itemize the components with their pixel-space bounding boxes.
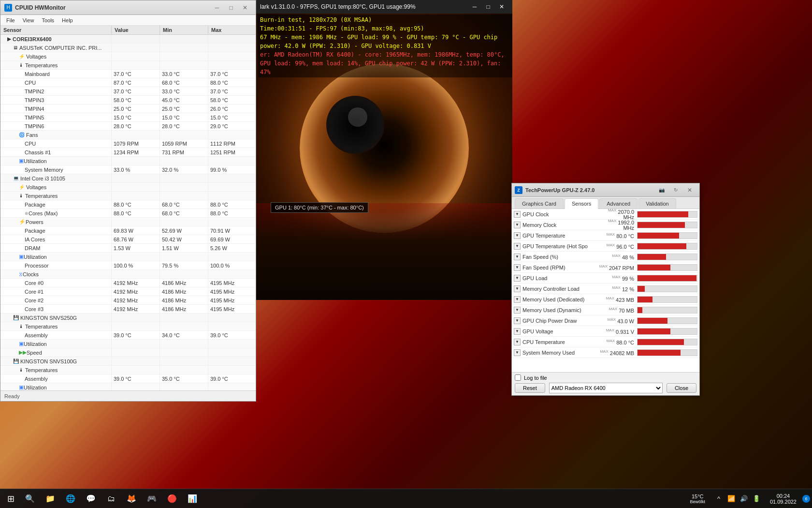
bar-fill	[638, 318, 667, 324]
weather-widget: 15°C Bewölkt	[686, 493, 709, 504]
taskbar-app-browser[interactable]: 🌐	[61, 490, 80, 508]
sensor-label: ▣ Utilization	[0, 253, 112, 261]
table-row: 🌡 Temperatures	[0, 366, 256, 374]
game-minimize-button[interactable]: ─	[468, 1, 481, 12]
game-titlebar[interactable]: lark v1.31.0.0 - 97FPS, GPU1 temp:80°C, …	[256, 0, 512, 14]
sensor-dropdown-cputemp[interactable]: ▼	[514, 339, 521, 345]
sensor-label: 💻 Intel Core i3 10105	[0, 174, 112, 182]
notification-center[interactable]: 6	[800, 495, 812, 503]
gpuz-title: TechPowerUp GPU-Z 2.47.0	[525, 187, 655, 193]
overlay-line1: Burn-in test, 1280x720 (0X MSAA)	[260, 15, 510, 24]
gpuz-titlebar[interactable]: Z TechPowerUp GPU-Z 2.47.0 📷 ↻ ✕	[512, 183, 699, 197]
gpu-select[interactable]: AMD Radeon RX 6400	[549, 383, 663, 393]
table-row: Assembly 39.0 °C 34.0 °C 39.0 °C	[0, 331, 256, 340]
close-button[interactable]: ✕	[238, 2, 252, 13]
game-maximize-button[interactable]: □	[481, 1, 495, 12]
taskbar-app-fileexplorer[interactable]: 📁	[41, 490, 60, 508]
gpuz-close-title-button[interactable]: ✕	[683, 185, 696, 195]
sensor-label: ▶▶ Speed	[0, 348, 112, 357]
sensor-label: 💾 KINGSTON SNVS100G	[0, 357, 112, 365]
bar-fill	[638, 329, 670, 334]
tray-chevron[interactable]: ^	[713, 490, 725, 508]
clock[interactable]: 00:24 01.09.2022	[766, 489, 800, 508]
weather-temp: 15°C	[692, 493, 704, 499]
menu-file[interactable]: File	[2, 16, 19, 24]
tab-sensors[interactable]: Sensors	[565, 198, 598, 209]
list-item: ▼ Fan Speed (RPM) MAX 2047 RPM	[512, 262, 699, 273]
tree-header: Sensor Value Min Max	[0, 26, 256, 35]
list-item: ▼ CPU Temperature MAX 88.0 °C	[512, 337, 699, 347]
sensor-dropdown-memclock[interactable]: ▼	[514, 222, 521, 228]
gpuz-sensors-content: ▼ GPU Clock MAX 2070.0 MHz ▼ Memory Cloc…	[512, 209, 699, 372]
table-row: Chassis #1 1234 RPM 731 RPM 1251 RPM	[0, 148, 256, 157]
maximize-button[interactable]: □	[224, 2, 238, 13]
gpuz-button-row: Reset AMD Radeon RX 6400 Close	[515, 383, 696, 393]
taskbar-app-chat[interactable]: 💬	[81, 490, 101, 508]
sensor-label: Core #3	[0, 305, 112, 313]
tab-advanced[interactable]: Advanced	[599, 198, 638, 209]
table-row: ▣ Utilization	[0, 253, 256, 261]
gpuz-screenshot-button[interactable]: 📷	[655, 185, 668, 195]
clock-date: 01.09.2022	[770, 499, 797, 505]
sensor-dropdown-memded[interactable]: ▼	[514, 296, 521, 303]
tray-volume[interactable]: 🔊	[738, 490, 750, 508]
sensor-bar-memded	[637, 296, 697, 303]
close-button[interactable]: Close	[667, 383, 696, 393]
table-row: ⊕ Cores (Max) 88.0 °C 68.0 °C 88.0 °C	[0, 209, 256, 218]
hwmonitor-titlebar[interactable]: H CPUID HWMonitor ─ □ ✕	[0, 0, 256, 15]
menu-help[interactable]: Help	[58, 16, 77, 24]
game-overlay: Burn-in test, 1280x720 (0X MSAA) Time:00…	[258, 15, 512, 77]
sensor-bar-cputemp	[637, 339, 697, 345]
tab-graphics-card[interactable]: Graphics Card	[515, 198, 564, 209]
sensor-bar-memctrl	[637, 285, 697, 292]
gpuz-refresh-button[interactable]: ↻	[669, 185, 682, 195]
sensor-dropdown-memdyn[interactable]: ▼	[514, 307, 521, 314]
sensor-bar-gpuvolt	[637, 328, 697, 335]
table-row: Processor 100.0 % 79.5 % 100.0 %	[0, 261, 256, 270]
sensor-dropdown-gpuvolt[interactable]: ▼	[514, 328, 521, 335]
header-min: Min	[160, 26, 208, 34]
taskbar-app-monitor[interactable]: 📊	[183, 490, 202, 508]
sensor-label: Mainboard	[0, 70, 112, 78]
sensor-value-gpupwr: MAX 43.0 W	[598, 317, 637, 324]
system-tray: ^ 📶 🔊 🔋	[709, 490, 766, 508]
taskbar-app-power[interactable]: 🔴	[162, 490, 182, 508]
sensor-label: DRAM	[0, 244, 112, 252]
sensor-label: ▣ Utilization	[0, 157, 112, 165]
taskbar-app-firefox[interactable]: 🦊	[122, 490, 141, 508]
sensor-name-memded: Memory Used (Dedicated)	[522, 297, 584, 302]
log-row: Log to file	[515, 374, 696, 381]
sensor-dropdown-gpuload[interactable]: ▼	[514, 275, 521, 282]
menubar: File View Tools Help	[0, 15, 256, 26]
tab-validation[interactable]: Validation	[638, 198, 676, 209]
sensor-label: TMPIN5	[0, 113, 112, 121]
tray-battery[interactable]: 🔋	[751, 490, 762, 508]
sensor-dropdown-fanrpm[interactable]: ▼	[514, 264, 521, 271]
sensor-dropdown-sysmem[interactable]: ▼	[514, 349, 521, 356]
minimize-button[interactable]: ─	[210, 2, 224, 13]
taskbar-app-game[interactable]: 🎮	[142, 490, 161, 508]
sensor-dropdown-fanpct[interactable]: ▼	[514, 254, 521, 260]
start-button[interactable]: ⊞	[0, 489, 21, 508]
sensor-dropdown-gputemp[interactable]: ▼	[514, 232, 521, 239]
log-to-file-checkbox[interactable]	[515, 374, 521, 381]
game-close-button[interactable]: ✕	[495, 1, 508, 12]
sensor-label: ▶ COREI3RX6400	[0, 35, 112, 43]
sensor-label: TMPIN6	[0, 122, 112, 130]
bar-fill	[638, 339, 684, 345]
menu-tools[interactable]: Tools	[38, 16, 58, 24]
sensor-dropdown-gpuclock[interactable]: ▼	[514, 211, 521, 218]
taskbar-app-files[interactable]: 🗂	[102, 490, 121, 508]
sensor-dropdown-gpupwr[interactable]: ▼	[514, 317, 521, 324]
sensor-bar-gpupwr	[637, 317, 697, 324]
sensor-dropdown-memctrl[interactable]: ▼	[514, 285, 521, 292]
table-row: 🌡 Temperatures	[0, 322, 256, 331]
sensor-dropdown-gputemphs[interactable]: ▼	[514, 243, 521, 250]
sensor-label: Package	[0, 226, 112, 235]
tray-network[interactable]: 📶	[725, 490, 737, 508]
menu-view[interactable]: View	[19, 16, 38, 24]
sensor-label: Core #0	[0, 279, 112, 287]
bar-fill	[638, 350, 681, 356]
reset-button[interactable]: Reset	[515, 383, 545, 393]
search-button[interactable]: 🔍	[21, 489, 39, 508]
